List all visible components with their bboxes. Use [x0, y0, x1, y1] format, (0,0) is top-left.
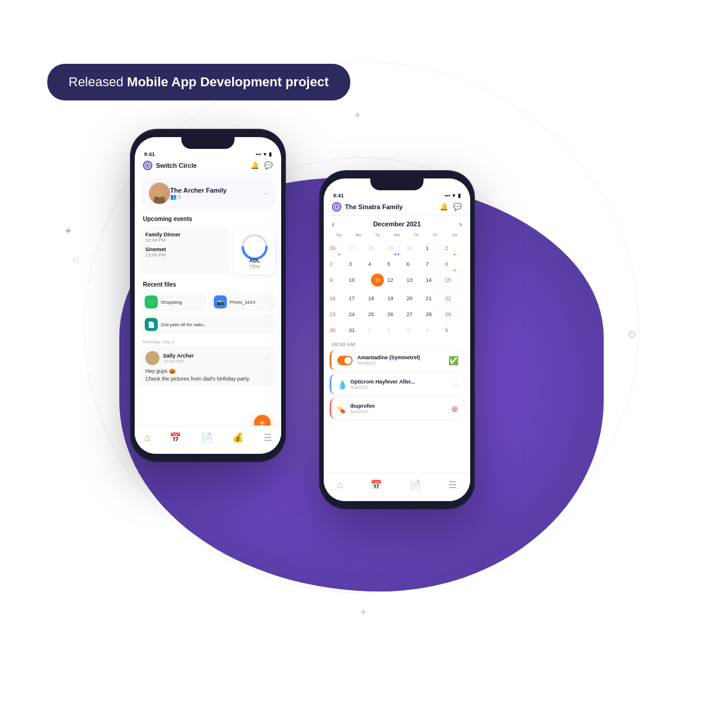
med-pill-icon: 💊 — [337, 404, 346, 414]
cal-day-24[interactable]: 24 — [349, 306, 369, 321]
chat-time: 10:34 PM — [163, 359, 194, 364]
svg-point-1 — [146, 164, 149, 167]
upcoming-title: Upcoming events — [143, 216, 273, 222]
cal-day-31[interactable]: 31 — [349, 322, 369, 337]
cal-day-8[interactable]: 8 — [445, 256, 464, 271]
file-name-2: Photo_3414 — [230, 300, 255, 305]
cal-month-title: December 2021 — [373, 220, 421, 228]
cal-day-1[interactable]: 1 — [426, 240, 445, 255]
files-grid: 🛒 Shoppting 📷 Photo_3414 📄 2nd paid off … — [141, 292, 275, 334]
med-item-3[interactable]: 💊 Ibuprofen 5ml2022 ⊗ — [330, 398, 464, 419]
phones-container: 9:41 ▪▪▪ ▾ ▮ Switch Circle — [96, 130, 627, 632]
cal-day-2-w1[interactable]: 2 — [445, 240, 464, 255]
cal-day-26-nov[interactable]: 26 — [330, 240, 349, 255]
cal-chat-icon[interactable]: 💬 — [453, 203, 462, 211]
dow-th: Th — [406, 231, 426, 239]
nav-home-icon[interactable]: ⌂ — [144, 433, 150, 443]
nav-finance-icon[interactable]: 💰 — [232, 432, 244, 443]
cal-day-29-nov[interactable]: 29 — [387, 240, 407, 255]
right-nav-menu-icon[interactable]: ☰ — [448, 479, 457, 490]
cal-day-4-jan[interactable]: 4 — [426, 322, 445, 337]
phone-right-notch — [370, 178, 424, 190]
cal-week-2: 2 3 4 5 6 7 8 — [330, 256, 464, 271]
cal-day-22[interactable]: 22 — [445, 290, 464, 306]
right-nav-calendar-icon[interactable]: 📅 — [370, 479, 382, 490]
cal-week-3: 9 10 11 12 13 14 15 — [330, 272, 464, 290]
med-item-2[interactable]: 💧 Opticrom Hayfever Aller... 5ml2022 ○ — [330, 374, 464, 395]
more-options-icon[interactable]: ··· — [265, 354, 271, 362]
nav-menu-icon[interactable]: ☰ — [263, 432, 272, 443]
cal-day-20[interactable]: 20 — [406, 290, 426, 306]
file-item-2[interactable]: 📷 Photo_3414 — [210, 292, 275, 311]
cal-day-26[interactable]: 26 — [387, 306, 407, 321]
cal-day-10[interactable]: 10 — [349, 272, 369, 290]
chat-text: Hey guys 🎃Check the pictures from dad's … — [145, 368, 271, 382]
cal-day-19[interactable]: 19 — [387, 290, 407, 306]
left-time: 9:41 — [144, 151, 155, 157]
deco-cross-2: + — [354, 109, 361, 122]
cal-day-18[interactable]: 18 — [368, 290, 387, 306]
right-time: 9:41 — [333, 193, 344, 199]
cal-day-28[interactable]: 28 — [426, 306, 445, 321]
pill-icon: 💊 — [337, 406, 346, 413]
cal-day-9[interactable]: 9 — [330, 272, 349, 290]
left-bottom-nav: ⌂ 📅 📄 💰 ☰ — [135, 425, 281, 454]
right-nav-home-icon[interactable]: ⌂ — [337, 480, 343, 490]
cal-day-4[interactable]: 4 — [368, 256, 387, 271]
bell-icon[interactable]: 🔔 — [250, 161, 259, 170]
med-name-2: Opticrom Hayfever Aller... — [350, 379, 449, 385]
cal-week-1: 26 27 28 29 30 1 2 — [330, 240, 464, 255]
med-item-1[interactable]: Amantadine (Symmetrel) 5ml2022 ✅ — [330, 350, 464, 370]
cal-day-15[interactable]: 15 — [445, 272, 464, 290]
chat-user-meta: Sally Archer 10:34 PM — [163, 353, 194, 364]
phone-right-screen: 9:41 ▪▪▪ ▾ ▮ The Sinatra Family — [324, 178, 470, 501]
cal-day-17[interactable]: 17 — [349, 290, 369, 306]
cal-day-14[interactable]: 14 — [426, 272, 445, 290]
cal-day-7[interactable]: 7 — [426, 256, 445, 271]
event-item-1: Family Dinner 10:34 PM — [145, 232, 224, 243]
cal-day-23[interactable]: 23 — [330, 306, 349, 321]
cal-day-3-jan[interactable]: 3 — [406, 322, 426, 337]
right-bottom-nav: ⌂ 📅 📄 ☰ — [324, 473, 470, 501]
cal-header: The Sinatra Family 🔔 💬 — [324, 200, 470, 216]
cal-day-2-jan[interactable]: 2 — [387, 322, 407, 337]
date-divider: Monday, July 4 — [135, 337, 281, 346]
cal-day-2[interactable]: 2 — [330, 256, 349, 271]
cal-day-27-nov[interactable]: 27 — [349, 240, 369, 255]
right-nav-files-icon[interactable]: 📄 — [409, 479, 421, 490]
med-drop-icon: 💧 — [337, 379, 346, 390]
cal-prev-button[interactable]: ‹ — [332, 219, 335, 229]
left-status-icons: ▪▪▪ ▾ ▮ — [255, 151, 272, 157]
med-info-2: Opticrom Hayfever Aller... 5ml2022 — [350, 379, 449, 390]
med-toggle-1[interactable] — [337, 356, 353, 365]
cal-day-12[interactable]: 12 — [387, 272, 407, 290]
file-item-3[interactable]: 📄 2nd paid off for vatio... — [141, 315, 275, 334]
chat-icon[interactable]: 💬 — [264, 161, 273, 170]
cal-day-13[interactable]: 13 — [406, 272, 426, 290]
cal-day-30[interactable]: 30 — [330, 322, 349, 337]
cal-day-5[interactable]: 5 — [387, 256, 407, 271]
cal-day-6[interactable]: 6 — [406, 256, 426, 271]
cal-day-11-today[interactable]: 11 — [368, 272, 387, 290]
cal-day-21[interactable]: 21 — [426, 290, 445, 306]
cal-day-27[interactable]: 27 — [406, 306, 426, 321]
cal-day-30-nov[interactable]: 30 — [406, 240, 426, 255]
nav-calendar-icon[interactable]: 📅 — [170, 432, 181, 443]
cal-day-3[interactable]: 3 — [349, 256, 369, 271]
cal-day-29[interactable]: 29 — [445, 306, 464, 321]
cal-next-button[interactable]: › — [459, 219, 462, 229]
cal-day-25[interactable]: 25 — [368, 306, 387, 321]
nav-files-icon[interactable]: 📄 — [201, 432, 213, 443]
med-dose-3: 5ml2022 — [350, 409, 447, 414]
family-card[interactable]: The Archer Family 👥 5 › — [141, 178, 275, 209]
cal-bell-icon[interactable]: 🔔 — [439, 203, 448, 211]
files-title: Recent files — [143, 281, 273, 288]
event-1-time: 10:34 PM — [145, 238, 224, 243]
cal-day-1-jan[interactable]: 1 — [368, 322, 387, 337]
members-icon: 👥 — [170, 194, 178, 200]
cal-day-16[interactable]: 16 — [330, 290, 349, 306]
dow-sa: Sa — [445, 231, 464, 239]
cal-day-5-jan[interactable]: 5 — [445, 322, 464, 337]
cal-day-28-nov[interactable]: 28 — [368, 240, 387, 255]
file-item-1[interactable]: 🛒 Shoppting — [141, 292, 206, 311]
